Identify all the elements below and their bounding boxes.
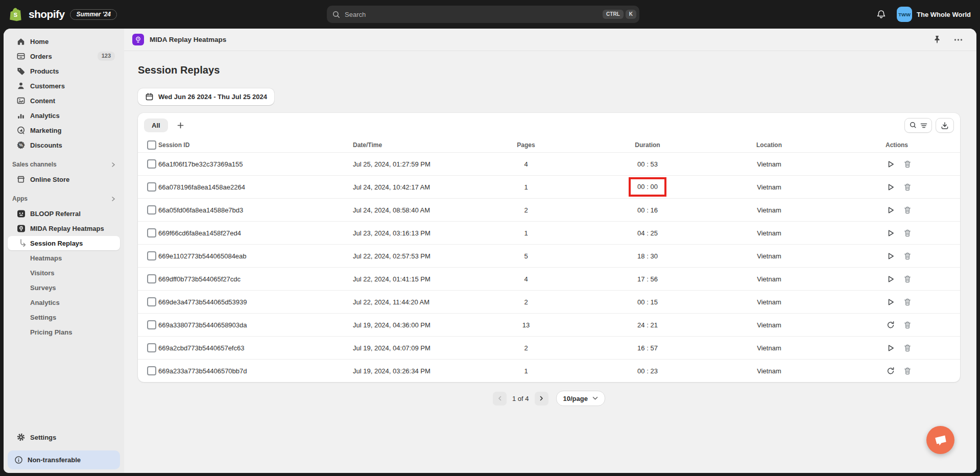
replay-button[interactable]	[886, 366, 896, 376]
play-button[interactable]	[886, 251, 896, 261]
delete-button[interactable]	[902, 366, 913, 376]
row-checkbox[interactable]	[147, 274, 156, 283]
play-button[interactable]	[886, 297, 896, 307]
row-checkbox[interactable]	[147, 366, 156, 375]
sidebar-item-marketing[interactable]: Marketing	[8, 123, 120, 137]
date-range-button[interactable]: Wed Jun 26 2024 - Thu Jul 25 2024	[138, 88, 274, 105]
pin-icon[interactable]	[933, 35, 941, 44]
table-row[interactable]: 669f66cd6fa8ea1458f27ed4 Jul 23, 2024, 0…	[138, 221, 960, 244]
sidebar-item-session-replays[interactable]: Session Replays	[8, 236, 120, 250]
page-size-select[interactable]: 10/page	[556, 391, 605, 406]
row-checkbox[interactable]	[147, 182, 156, 192]
delete-button[interactable]	[902, 343, 913, 353]
delete-button[interactable]	[902, 205, 913, 216]
session-datetime: Jul 19, 2024, 04:07:09 PM	[353, 344, 485, 352]
sidebar-item-app-analytics[interactable]: Analytics	[8, 295, 120, 310]
table-row[interactable]: 669a2cbd773b5440657efc63 Jul 19, 2024, 0…	[138, 336, 960, 359]
table-row[interactable]: 669a233a773b54406570bb7d Jul 19, 2024, 0…	[138, 359, 960, 382]
highlighted-duration-box: 00 : 00	[629, 177, 666, 197]
session-datetime: Jul 22, 2024, 11:44:20 AM	[353, 298, 485, 306]
mida-header-icon	[132, 34, 144, 45]
table-row[interactable]: 66a078196fa8ea1458ae2264 Jul 24, 2024, 1…	[138, 175, 960, 198]
delete-button[interactable]	[902, 297, 913, 307]
discounts-icon: %	[16, 140, 26, 150]
shopify-logo[interactable]: S shopify Summer '24	[9, 7, 117, 22]
add-view-button[interactable]	[174, 119, 187, 132]
delete-button[interactable]	[902, 228, 913, 239]
sidebar-item-content[interactable]: Content	[8, 93, 120, 108]
row-checkbox[interactable]	[147, 159, 156, 169]
select-all-checkbox[interactable]	[147, 140, 156, 150]
sidebar-item-customers[interactable]: Customers	[8, 79, 120, 93]
delete-button[interactable]	[902, 251, 913, 261]
col-session-id: Session ID	[158, 141, 353, 149]
row-checkbox[interactable]	[147, 205, 156, 215]
search-filter-button[interactable]	[904, 118, 932, 133]
sidebar-item-visitors[interactable]: Visitors	[8, 266, 120, 280]
sidebar-item-heatmaps[interactable]: Heatmaps	[8, 251, 120, 265]
play-button[interactable]	[886, 274, 896, 284]
table-row[interactable]: 66a1f06f17be32c37369a155 Jul 25, 2024, 0…	[138, 152, 960, 175]
notifications-bell-icon[interactable]	[876, 9, 887, 20]
sidebar-item-surveys[interactable]: Surveys	[8, 280, 120, 295]
play-button[interactable]	[886, 343, 896, 353]
sidebar-item-settings[interactable]: Settings	[8, 430, 120, 444]
sidebar-item-home[interactable]: Home	[8, 34, 120, 49]
delete-button[interactable]	[902, 182, 913, 193]
session-location: Vietnam	[728, 344, 810, 352]
gear-icon	[16, 433, 26, 442]
row-checkbox[interactable]	[147, 297, 156, 306]
table-row[interactable]: 669de3a4773b544065d53939 Jul 22, 2024, 1…	[138, 290, 960, 313]
table-row[interactable]: 669e1102773b544065084eab Jul 22, 2024, 0…	[138, 244, 960, 267]
sidebar-item-products[interactable]: Products	[8, 64, 120, 78]
export-download-button[interactable]	[936, 118, 954, 133]
table-row[interactable]: 669a3380773b5440658903da Jul 19, 2024, 0…	[138, 313, 960, 336]
previous-page-button[interactable]	[493, 392, 507, 406]
row-checkbox[interactable]	[147, 228, 156, 237]
replay-button[interactable]	[886, 320, 896, 330]
chat-widget-button[interactable]	[926, 426, 954, 454]
table-row[interactable]: 669dff0b773b544065f27cdc Jul 22, 2024, 0…	[138, 267, 960, 290]
orders-count-badge: 123	[98, 52, 115, 60]
row-checkbox[interactable]	[147, 320, 156, 329]
col-duration: Duration	[567, 141, 728, 149]
apps-section[interactable]: Apps	[4, 187, 124, 206]
session-id: 66a05fd06fa8ea14588e7bd3	[158, 206, 353, 214]
delete-button[interactable]	[902, 274, 913, 284]
session-location: Vietnam	[728, 367, 810, 375]
table-row[interactable]: 66a05fd06fa8ea14588e7bd3 Jul 24, 2024, 0…	[138, 198, 960, 221]
row-checkbox[interactable]	[147, 343, 156, 352]
calendar-icon	[145, 92, 154, 101]
next-page-button[interactable]	[535, 392, 548, 406]
search-input[interactable]: Search CTRL K	[327, 6, 639, 23]
non-transferable-banner[interactable]: Non-transferable	[8, 450, 120, 469]
session-location: Vietnam	[728, 321, 810, 329]
sidebar-item-bloop-referral[interactable]: BLOOP Referral	[8, 206, 120, 221]
home-icon	[16, 37, 26, 46]
session-datetime: Jul 25, 2024, 01:27:59 PM	[353, 160, 485, 168]
play-button[interactable]	[886, 159, 896, 170]
delete-button[interactable]	[902, 159, 913, 170]
session-id: 669a233a773b54406570bb7d	[158, 367, 353, 375]
play-button[interactable]	[886, 228, 896, 239]
row-checkbox[interactable]	[147, 251, 156, 260]
sidebar-item-analytics[interactable]: Analytics	[8, 108, 120, 123]
play-button[interactable]	[886, 182, 896, 193]
session-duration: 00 : 16	[567, 206, 728, 214]
session-datetime: Jul 23, 2024, 03:16:13 PM	[353, 229, 485, 237]
more-options-icon[interactable]	[953, 35, 963, 44]
sidebar-item-online-store[interactable]: Online Store	[8, 172, 120, 186]
sidebar-item-discounts[interactable]: % Discounts	[8, 138, 120, 152]
delete-button[interactable]	[902, 320, 913, 330]
col-actions: Actions	[810, 141, 960, 149]
page-title: Session Replays	[138, 64, 960, 76]
sidebar-item-orders[interactable]: Orders 123	[8, 49, 120, 63]
tab-all[interactable]: All	[144, 118, 168, 132]
page-indicator: 1 of 4	[512, 395, 529, 402]
sidebar-item-pricing-plans[interactable]: Pricing Plans	[8, 325, 120, 339]
sidebar-item-app-settings[interactable]: Settings	[8, 310, 120, 324]
sidebar-item-mida-replay-heatmaps[interactable]: MIDA Replay Heatmaps	[8, 221, 120, 235]
play-button[interactable]	[886, 205, 896, 216]
sales-channels-section[interactable]: Sales channels	[4, 153, 124, 172]
account-menu[interactable]: TWW The Whole World	[897, 7, 971, 22]
